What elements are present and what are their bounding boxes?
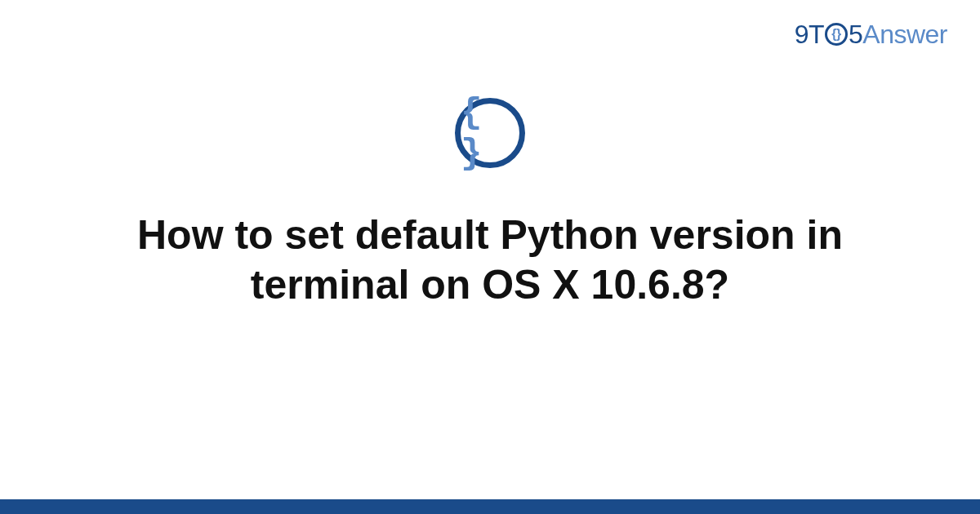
logo-text-answer: Answer [862, 20, 947, 49]
code-braces-icon: { } [455, 98, 525, 168]
site-logo: 9T{}5Answer [795, 20, 947, 50]
page-title: How to set default Python version in ter… [74, 210, 906, 310]
logo-text-5: 5 [849, 20, 862, 49]
main-content: { } How to set default Python version in… [0, 98, 980, 310]
logo-o-badge: {} [825, 23, 848, 46]
footer-accent-bar [0, 499, 980, 514]
logo-text-9t: 9T [795, 20, 824, 49]
